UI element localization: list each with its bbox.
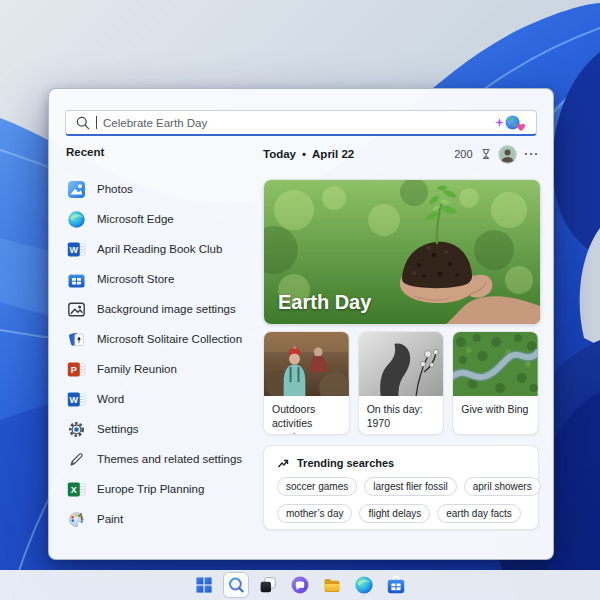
user-avatar[interactable] [499, 146, 516, 163]
svg-text:P: P [71, 365, 77, 375]
recent-item-word[interactable]: W Word [65, 384, 259, 414]
chat-icon [290, 575, 310, 595]
svg-text:X: X [71, 485, 77, 495]
recent-item-label: Microsoft Solitaire Collection [97, 333, 242, 345]
paint-icon [67, 510, 86, 529]
windows-start-icon [194, 575, 214, 595]
recent-item-label: April Reading Book Club [97, 243, 222, 255]
daily-cards-row: Outdoors activities nearby On this day: … [263, 331, 539, 435]
daily-header: Today • April 22 200 [263, 145, 539, 163]
image-settings-icon [67, 300, 86, 319]
recent-item-background-image-settings[interactable]: Background image settings [65, 294, 259, 324]
recent-item-edge[interactable]: Microsoft Edge [65, 204, 259, 234]
earth-day-hero-card[interactable]: Earth Day [263, 179, 541, 325]
trending-searches-card: Trending searches soccer games largest f… [263, 445, 539, 530]
recent-item-label: Photos [97, 183, 133, 195]
recent-item-label: Settings [97, 423, 139, 435]
pencil-icon [67, 450, 86, 469]
earth-day-decoration [495, 110, 526, 136]
recent-item-photos[interactable]: Photos [65, 174, 259, 204]
search-button[interactable] [224, 573, 248, 597]
recent-list: Photos Microsoft Edge W Ap [65, 174, 259, 534]
desktop: { "theme":{"accent":"#3868cf","window_bg… [0, 0, 600, 600]
card-give-with-bing[interactable]: Give with Bing [452, 331, 539, 435]
search-query-text: Celebrate Earth Day [103, 117, 489, 129]
excel-document-icon: X [67, 480, 86, 499]
hero-title: Earth Day [278, 291, 371, 314]
trending-pill[interactable]: soccer games [277, 477, 357, 496]
gear-icon [67, 420, 86, 439]
recent-item-europe-trip-planning[interactable]: X Europe Trip Planning [65, 474, 259, 504]
recent-item-label: Themes and related settings [97, 453, 242, 465]
task-view-icon [258, 575, 278, 595]
recent-item-paint[interactable]: Paint [65, 504, 259, 534]
text-caret [96, 116, 97, 129]
card-label: Outdoors activities nearby [264, 396, 349, 435]
search-flyout-window: Celebrate Earth Day Recent [48, 88, 554, 560]
trending-pill[interactable]: largest flier fossil [364, 477, 456, 496]
recent-item-themes-settings[interactable]: Themes and related settings [65, 444, 259, 474]
file-explorer-icon [322, 575, 342, 595]
svg-text:W: W [70, 245, 79, 255]
heart-icon [516, 118, 526, 136]
sparkle-icon [495, 118, 504, 127]
forest-river-photo [453, 332, 538, 396]
recent-item-label: Microsoft Store [97, 273, 174, 285]
start-button[interactable] [192, 573, 216, 597]
more-options-icon[interactable] [523, 151, 540, 158]
card-on-this-day[interactable]: On this day: 1970 [358, 331, 445, 435]
word-document-icon: W [67, 240, 86, 259]
store-icon [67, 270, 86, 289]
card-outdoors-activities[interactable]: Outdoors activities nearby [263, 331, 350, 435]
recent-item-label: Family Reunion [97, 363, 177, 375]
recent-item-label: Paint [97, 513, 123, 525]
rewards-trophy-icon[interactable] [480, 148, 492, 160]
store-bag-icon [386, 575, 406, 595]
card-label: On this day: 1970 [359, 396, 444, 430]
taskbar [0, 570, 600, 600]
vintage-photo [359, 332, 444, 396]
recent-section-title: Recent [66, 146, 104, 158]
trending-title: Trending searches [297, 457, 394, 469]
recent-item-microsoft-store[interactable]: Microsoft Store [65, 264, 259, 294]
chat-button[interactable] [288, 573, 312, 597]
recent-item-april-reading-book-club[interactable]: W April Reading Book Club [65, 234, 259, 264]
card-label: Give with Bing [453, 396, 538, 416]
rewards-points[interactable]: 200 [454, 148, 472, 160]
magnifier-icon [76, 116, 90, 130]
search-input[interactable]: Celebrate Earth Day [65, 110, 537, 136]
recent-item-label: Word [97, 393, 124, 405]
trending-pill[interactable]: mother’s day [277, 504, 352, 523]
photos-icon [67, 180, 86, 199]
solitaire-icon [67, 330, 86, 349]
store-button[interactable] [384, 573, 408, 597]
edge-icon [67, 210, 86, 229]
today-date-label: Today • April 22 [263, 148, 354, 160]
recent-item-settings[interactable]: Settings [65, 414, 259, 444]
recent-item-label: Background image settings [97, 303, 236, 315]
file-explorer-button[interactable] [320, 573, 344, 597]
powerpoint-document-icon: P [67, 360, 86, 379]
recent-item-solitaire[interactable]: Microsoft Solitaire Collection [65, 324, 259, 354]
word-app-icon: W [67, 390, 86, 409]
edge-browser-icon [354, 575, 374, 595]
trending-pill[interactable]: flight delays [359, 504, 430, 523]
edge-button[interactable] [352, 573, 376, 597]
trending-arrow-icon [277, 457, 289, 469]
recent-item-label: Microsoft Edge [97, 213, 174, 225]
search-icon [227, 576, 246, 595]
trending-pill[interactable]: earth day facts [437, 504, 521, 523]
task-view-button[interactable] [256, 573, 280, 597]
recent-item-family-reunion[interactable]: P Family Reunion [65, 354, 259, 384]
recent-item-label: Europe Trip Planning [97, 483, 204, 495]
hikers-photo [264, 332, 349, 396]
svg-text:W: W [70, 395, 79, 405]
trending-pill[interactable]: april showers [464, 477, 541, 496]
